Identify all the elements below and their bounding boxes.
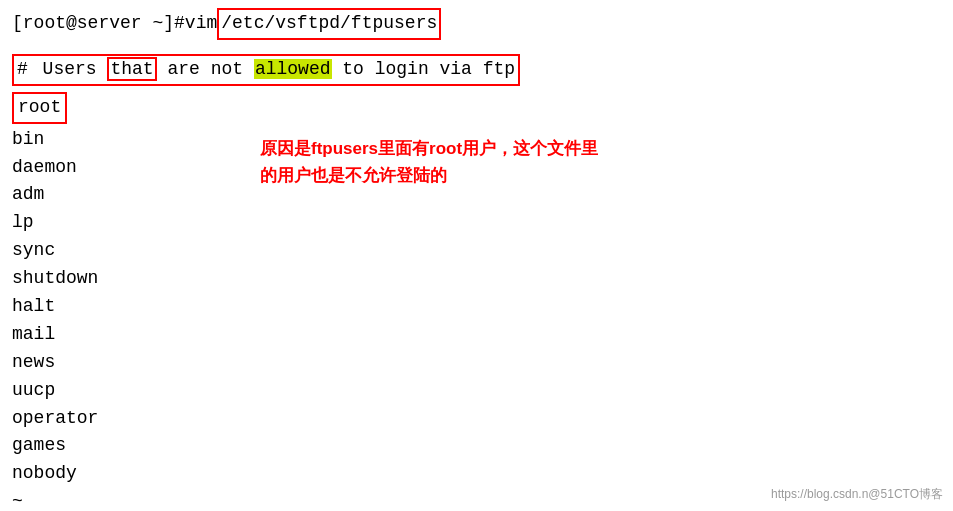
list-item: lp xyxy=(12,209,941,237)
annotation: 原因是ftpusers里面有root用户，这个文件里 的用户也是不允许登陆的 xyxy=(260,135,598,189)
comment-after-allowed: to login via ftp xyxy=(332,59,516,79)
watermark: https://blog.csdn.n@51CTO博客 xyxy=(771,486,943,503)
terminal-content: [root@server ~]# vim /etc/vsftpd/ftpuser… xyxy=(0,0,953,511)
list-item: news xyxy=(12,349,941,377)
list-item: operator xyxy=(12,405,941,433)
comment-hash: # xyxy=(17,59,28,79)
vim-command: vim xyxy=(185,10,217,38)
annotation-line2: 的用户也是不允许登陆的 xyxy=(260,162,598,189)
list-item: sync xyxy=(12,237,941,265)
list-item: mail xyxy=(12,321,941,349)
list-item: halt xyxy=(12,293,941,321)
comment-after-that: are not xyxy=(157,59,254,79)
word-that: that xyxy=(107,57,156,81)
prompt: [root@server ~]# xyxy=(12,10,185,38)
root-user: root xyxy=(12,92,67,124)
file-path: /etc/vsftpd/ftpusers xyxy=(217,8,441,40)
blank-line xyxy=(12,44,941,54)
word-allowed: allowed xyxy=(254,59,332,79)
list-item: shutdown xyxy=(12,265,941,293)
annotation-line1: 原因是ftpusers里面有root用户，这个文件里 xyxy=(260,135,598,162)
comment-before-that: Users xyxy=(32,59,108,79)
comment-line: # Users that are not allowed to login vi… xyxy=(12,54,941,86)
list-item: games xyxy=(12,432,941,460)
root-user-line: root xyxy=(12,92,941,126)
list-item: uucp xyxy=(12,377,941,405)
command-line: [root@server ~]# vim /etc/vsftpd/ftpuser… xyxy=(12,8,941,40)
comment-box: # Users that are not allowed to login vi… xyxy=(12,54,520,86)
list-item: nobody xyxy=(12,460,941,488)
